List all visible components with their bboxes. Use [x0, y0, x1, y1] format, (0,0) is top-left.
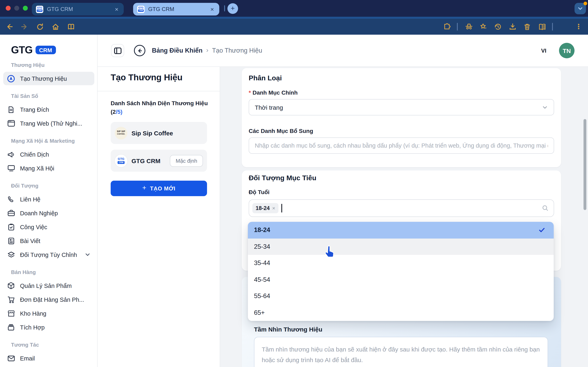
app-viewport: GTG CRM Thương Hiệu Tạo Thương Hiệu Tài …: [0, 35, 588, 367]
required-marker: *: [249, 89, 251, 96]
sidebar-item-tich-hop[interactable]: Tích Hợp: [3, 320, 94, 334]
header-actions: VI TN: [541, 43, 575, 58]
sidebar-item-bai-viet[interactable]: Bài Viết: [3, 234, 94, 248]
window-zoom-button[interactable]: [23, 6, 28, 11]
sidebar-item-kho-hang[interactable]: Kho Hàng: [3, 307, 94, 320]
history-icon[interactable]: [492, 19, 504, 35]
favicon-crm-text: CRM: [138, 9, 144, 12]
sidebar-toggle-button[interactable]: [111, 44, 124, 57]
reload-button[interactable]: [34, 19, 46, 35]
window-minimize-button[interactable]: [14, 6, 19, 11]
document-icon: [7, 106, 15, 113]
extra-categories-input[interactable]: [249, 137, 554, 154]
favicon-gtg-text: GTG: [138, 7, 144, 9]
logo-line: CRM: [118, 161, 125, 164]
selected-age-chip: 18-24 ×: [252, 203, 278, 213]
language-switcher[interactable]: VI: [541, 48, 546, 54]
breadcrumb-root[interactable]: Bảng Điều Khiển: [152, 47, 203, 54]
age-option-18-24[interactable]: 18-24: [248, 222, 554, 238]
sidebar-item-cong-viec[interactable]: Công Việc: [3, 220, 94, 234]
sidebar-item-label: Chiến Dịch: [20, 151, 94, 158]
panel-title: Tạo Thương Hiệu: [111, 73, 182, 82]
app-logo[interactable]: GTG CRM: [11, 44, 56, 56]
age-option-25-34[interactable]: 25-34: [248, 238, 554, 255]
downloads-icon[interactable]: [506, 19, 519, 35]
tab-search-button[interactable]: [575, 3, 586, 14]
brand-card-gtg-crm[interactable]: GTG CRM GTG CRM Mặc định: [111, 150, 207, 172]
sip-sip-coffee-logo: SIP SIP COFFEE.: [115, 127, 127, 139]
brand-card-sip-sip-coffee[interactable]: SIP SIP COFFEE. Sip Sip Coffee: [111, 122, 207, 144]
brand-list-panel: Tạo Thương Hiệu Danh Sách Nhận Diện Thươ…: [98, 67, 220, 367]
reading-list-icon[interactable]: [536, 19, 548, 35]
browser-menu-icon[interactable]: ⋮: [575, 19, 582, 35]
trash-icon[interactable]: [521, 19, 533, 35]
archive-box-icon: [7, 324, 15, 331]
sidebar-item-label: Tích Hợp: [20, 324, 94, 331]
logo-line: SIP SIP: [117, 131, 125, 133]
page-header: Bảng Điều Khiển › Tạo Thương Hiệu VI TN: [98, 35, 588, 67]
sidebar-item-mang-xa-hoi[interactable]: Mạng Xã Hội: [3, 161, 94, 175]
sidebar-item-don-dat-hang[interactable]: Đơn Đặt Hàng Sản Ph...: [3, 293, 94, 306]
user-avatar[interactable]: TN: [559, 43, 575, 58]
browser-window-icon: [7, 120, 15, 127]
window-close-button[interactable]: [6, 6, 11, 11]
text-caret: [281, 204, 282, 212]
starred-sparkle-icon[interactable]: [477, 19, 490, 35]
sidebar-item-trang-web[interactable]: Trang Web (Thử Nghi...: [3, 117, 94, 130]
layers-icon: [7, 251, 15, 258]
new-tab-button[interactable]: +: [227, 3, 238, 14]
browser-tab[interactable]: GTG CRM GTG CRM ×: [32, 3, 124, 16]
age-option-35-44[interactable]: 35-44: [248, 255, 554, 271]
sidebar-item-label: Tạo Thương Hiệu: [20, 75, 94, 82]
chevron-down-icon: [542, 104, 548, 110]
sidebar-item-label: Quản Lý Sản Phẩm: [20, 282, 94, 289]
back-button[interactable]: [134, 45, 145, 56]
sidebar-item-label: Đơn Đặt Hàng Sản Ph...: [20, 296, 94, 303]
logo-line: GTG: [118, 157, 125, 160]
back-button[interactable]: [3, 19, 15, 35]
panel-divider: [98, 91, 220, 91]
screen: GTG CRM GTG CRM × GTG CRM GTG CRM × +: [0, 0, 588, 367]
sidebar-item-doanh-nghiep[interactable]: Doanh Nghiệp: [3, 206, 94, 220]
sidebar-item-quan-ly-san-pham[interactable]: Quản Lý Sản Phẩm: [3, 279, 94, 292]
sidebar-item-chien-dich[interactable]: Chiến Dịch: [3, 148, 94, 161]
extensions-icon[interactable]: [441, 19, 453, 35]
age-option-45-54[interactable]: 45-54: [248, 271, 554, 288]
default-badge-button[interactable]: Mặc định: [170, 155, 203, 167]
sidebar-item-tao-thuong-hieu[interactable]: Tạo Thương Hiệu: [3, 72, 94, 85]
arrow-left-icon: [137, 48, 143, 54]
incognito-icon[interactable]: [463, 19, 475, 35]
home-button[interactable]: [49, 19, 62, 35]
brand-vision-textarea[interactable]: Tầm nhìn thương hiệu của bạn sẽ xuất hiệ…: [254, 337, 548, 367]
sidebar-section-mang-xa-hoi-marketing: Mạng Xã Hội & Marketing: [11, 137, 75, 144]
sidebar-item-label: Liên Hệ: [20, 196, 94, 202]
section-title: Phân Loại: [249, 74, 282, 82]
age-range-label: Độ Tuổi: [249, 189, 269, 195]
sidebar-item-lien-he[interactable]: Liên Hệ: [3, 192, 94, 206]
age-range-dropdown: 18-24 25-34 35-44 45-54 55-64 65+: [248, 222, 554, 321]
tab-title: GTG CRM: [47, 6, 113, 12]
chevron-down-icon: [577, 6, 583, 11]
brand-name: GTG CRM: [131, 157, 170, 164]
extra-categories-label: Các Danh Mục Bổ Sung: [249, 128, 313, 134]
cart-icon: [7, 296, 15, 303]
chip-label: 18-24: [256, 205, 270, 211]
age-range-multiselect[interactable]: 18-24 ×: [249, 200, 554, 217]
page-scrollbar-thumb[interactable]: [584, 119, 586, 210]
sidebar-item-email[interactable]: Email: [3, 351, 94, 365]
age-option-65-plus[interactable]: 65+: [248, 304, 554, 321]
create-new-brand-button[interactable]: + TẠO MỚI: [111, 181, 207, 196]
chip-remove-icon[interactable]: ×: [272, 206, 275, 211]
sidebar-item-trang-dich[interactable]: Trang Đích: [3, 103, 94, 116]
forward-button[interactable]: [18, 19, 31, 35]
tab-close-icon[interactable]: ×: [113, 6, 120, 13]
megaphone-icon: [7, 151, 15, 158]
sidebar-item-doi-tuong-tuy-chinh[interactable]: Đối Tượng Tùy Chỉnh: [3, 248, 94, 261]
age-option-55-64[interactable]: 55-64: [248, 288, 554, 304]
main-category-select[interactable]: Thời trang: [249, 99, 554, 115]
sidebar-item-label: Kho Hàng: [20, 310, 94, 317]
browser-tab-active[interactable]: GTG CRM GTG CRM ×: [133, 3, 219, 16]
sidebar-item-label: Bài Viết: [20, 238, 94, 244]
reading-mode-button[interactable]: [65, 19, 77, 35]
tab-close-icon[interactable]: ×: [209, 6, 215, 13]
